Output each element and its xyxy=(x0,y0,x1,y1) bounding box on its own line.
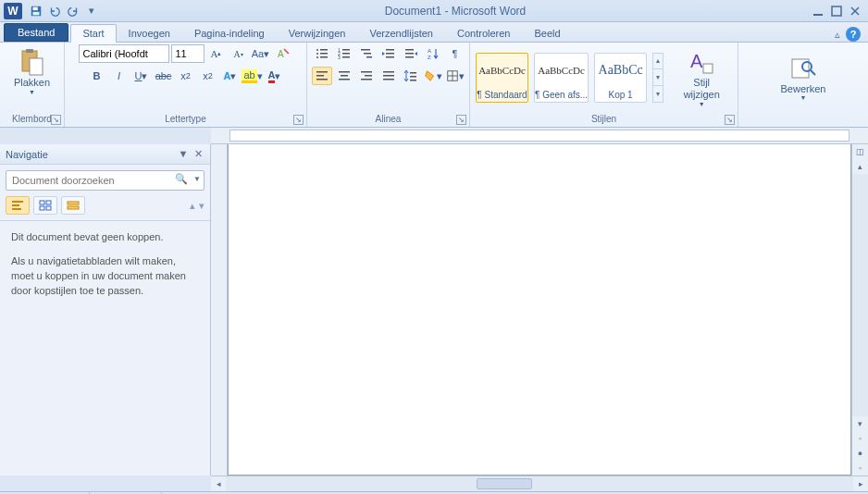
close-icon[interactable] xyxy=(848,5,862,18)
tab-pagina-indeling[interactable]: Pagina-indeling xyxy=(182,24,277,42)
horizontal-ruler[interactable] xyxy=(211,128,868,144)
minimize-icon[interactable] xyxy=(811,5,825,18)
redo-icon[interactable] xyxy=(65,3,81,19)
help-icon[interactable]: ? xyxy=(846,27,861,42)
increase-indent-icon[interactable] xyxy=(401,44,421,63)
svg-rect-18 xyxy=(342,53,350,55)
document-page[interactable] xyxy=(228,144,851,475)
align-left-icon[interactable] xyxy=(312,67,332,85)
underline-icon[interactable]: U▾ xyxy=(131,67,152,85)
paragraph-launcher-icon[interactable]: ↘ xyxy=(456,115,466,125)
scroll-down-icon[interactable]: ▾ xyxy=(852,416,868,431)
search-options-icon[interactable]: ▼ xyxy=(193,175,201,183)
undo-icon[interactable] xyxy=(46,3,63,19)
svg-rect-20 xyxy=(342,56,350,58)
ruler-toggle-icon[interactable]: ◫ xyxy=(852,144,868,159)
paste-button[interactable]: Plakken ▼ xyxy=(7,44,56,98)
bullets-icon[interactable] xyxy=(312,44,332,63)
save-icon[interactable] xyxy=(28,3,44,19)
svg-rect-41 xyxy=(383,71,394,73)
clipboard-launcher-icon[interactable]: ↘ xyxy=(51,115,61,125)
svg-rect-10 xyxy=(320,49,328,51)
next-page-icon[interactable]: ◦ xyxy=(852,461,868,475)
tab-beeld[interactable]: Beeld xyxy=(522,24,572,42)
italic-icon[interactable]: I xyxy=(109,67,130,85)
maximize-icon[interactable] xyxy=(829,5,844,18)
nav-message-1: Dit document bevat geen koppen. xyxy=(11,230,199,245)
sort-icon[interactable]: AZ xyxy=(423,44,443,63)
nav-prev-icon[interactable]: ▴ xyxy=(190,200,195,212)
shrink-font-icon[interactable]: A▾ xyxy=(229,44,249,63)
svg-rect-43 xyxy=(383,79,394,80)
strikethrough-icon[interactable]: abc xyxy=(154,67,174,85)
style-standaard[interactable]: AaBbCcDc ¶ Standaard xyxy=(476,53,528,103)
font-size-input[interactable] xyxy=(171,44,205,63)
svg-point-9 xyxy=(316,49,318,51)
nav-tab-headings[interactable] xyxy=(6,196,30,215)
font-launcher-icon[interactable]: ↘ xyxy=(293,115,304,125)
window-title: Document1 - Microsoft Word xyxy=(100,5,811,18)
nav-tab-results[interactable] xyxy=(61,196,85,215)
styles-more-icon[interactable]: ▾ xyxy=(653,86,663,102)
change-case-icon[interactable]: Aa▾ xyxy=(251,44,271,63)
align-center-icon[interactable] xyxy=(334,67,354,85)
style-kop1[interactable]: AaBbCc Kop 1 xyxy=(594,53,647,103)
nav-tab-pages[interactable] xyxy=(33,196,57,215)
scroll-left-icon[interactable]: ◂ xyxy=(211,476,226,491)
styles-launcher-icon[interactable]: ↘ xyxy=(725,115,735,125)
grow-font-icon[interactable]: A▴ xyxy=(206,44,227,63)
group-label-font: Lettertype xyxy=(165,114,205,124)
style-geen-afstand[interactable]: AaBbCcDc ¶ Geen afs... xyxy=(534,53,589,103)
text-effects-icon[interactable]: A▾ xyxy=(220,67,241,85)
horizontal-scrollbar[interactable]: ◂ ▸ xyxy=(211,475,868,491)
line-spacing-icon[interactable] xyxy=(401,67,421,85)
align-right-icon[interactable] xyxy=(356,67,377,85)
svg-rect-42 xyxy=(383,75,394,77)
svg-rect-23 xyxy=(366,56,372,58)
borders-icon[interactable]: ▾ xyxy=(445,67,465,85)
svg-rect-57 xyxy=(12,208,21,210)
tab-start[interactable]: Start xyxy=(70,24,116,43)
superscript-icon[interactable]: x2 xyxy=(198,67,218,85)
font-name-input[interactable] xyxy=(79,44,169,63)
clear-formatting-icon[interactable]: A xyxy=(273,44,293,63)
editing-button[interactable]: Bewerken ▼ xyxy=(775,51,833,105)
styles-scroll-up-icon[interactable]: ▴ xyxy=(653,54,663,70)
svg-rect-35 xyxy=(339,71,350,73)
tab-verwijzingen[interactable]: Verwijzingen xyxy=(277,24,358,42)
minimize-ribbon-icon[interactable]: ㅤ▵ xyxy=(835,28,840,42)
font-color-icon[interactable]: A▾ xyxy=(265,67,285,85)
svg-rect-51 xyxy=(703,64,713,73)
decrease-indent-icon[interactable] xyxy=(378,44,399,63)
tab-controleren[interactable]: Controleren xyxy=(445,24,522,42)
vertical-ruler[interactable] xyxy=(211,144,228,475)
qat-customize-icon[interactable]: ▾ xyxy=(83,3,100,19)
multilevel-list-icon[interactable] xyxy=(356,44,377,63)
nav-next-icon[interactable]: ▾ xyxy=(199,200,205,212)
highlight-icon[interactable]: ab▾ xyxy=(242,67,263,85)
tab-file[interactable]: Bestand xyxy=(4,23,68,42)
styles-scroll-down-icon[interactable]: ▾ xyxy=(653,69,663,86)
hscroll-thumb[interactable] xyxy=(477,478,532,489)
show-marks-icon[interactable]: ¶ xyxy=(445,44,465,63)
svg-rect-39 xyxy=(365,75,372,77)
vertical-scrollbar[interactable]: ◫ ▴ ▾ ◦ ● ◦ xyxy=(851,144,868,475)
nav-close-icon[interactable]: ✕ xyxy=(192,148,205,160)
svg-rect-62 xyxy=(68,202,79,204)
bold-icon[interactable]: B xyxy=(87,67,107,85)
nav-dropdown-icon[interactable]: ▼ xyxy=(177,148,190,160)
numbering-icon[interactable]: 123 xyxy=(334,44,354,63)
tab-verzendlijsten[interactable]: Verzendlijsten xyxy=(357,24,445,42)
search-icon[interactable]: 🔍 xyxy=(175,173,188,185)
subscript-icon[interactable]: x2 xyxy=(176,67,196,85)
browse-object-icon[interactable]: ● xyxy=(852,446,868,461)
scroll-right-icon[interactable]: ▸ xyxy=(853,476,868,491)
scroll-up-icon[interactable]: ▴ xyxy=(852,159,868,174)
tab-invoegen[interactable]: Invoegen xyxy=(117,24,182,42)
svg-rect-1 xyxy=(33,6,38,10)
change-styles-button[interactable]: A Stijl wijzigen ▼ xyxy=(671,44,732,109)
group-label-clipboard: Klembord xyxy=(12,114,52,124)
prev-page-icon[interactable]: ◦ xyxy=(852,431,868,446)
shading-icon[interactable]: ▾ xyxy=(423,67,443,85)
justify-icon[interactable] xyxy=(378,67,399,85)
